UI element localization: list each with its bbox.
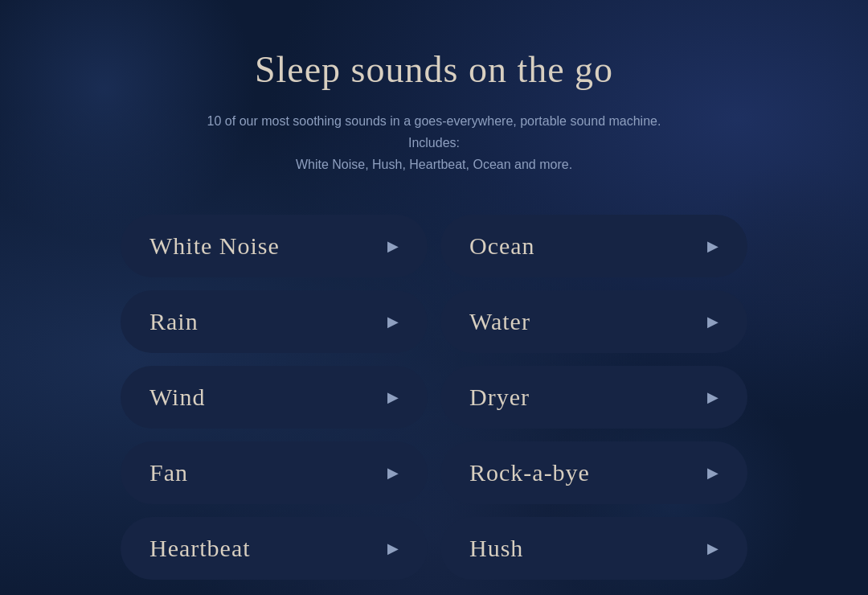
- play-icon-dryer: ▶: [707, 388, 719, 406]
- main-content: Sleep sounds on the go 10 of our most so…: [0, 0, 868, 580]
- sound-label-hush: Hush: [469, 535, 523, 562]
- sound-label-white-noise: White Noise: [149, 232, 280, 260]
- play-icon-rock-a-bye: ▶: [707, 464, 719, 482]
- sound-label-rock-a-bye: Rock-a-bye: [469, 459, 590, 486]
- sound-label-dryer: Dryer: [469, 384, 530, 411]
- play-icon-wind: ▶: [387, 388, 399, 406]
- sound-btn-rain[interactable]: Rain▶: [121, 290, 428, 353]
- page-subtitle: 10 of our most soothing sounds in a goes…: [193, 110, 675, 176]
- sound-btn-dryer[interactable]: Dryer▶: [440, 366, 747, 429]
- play-icon-white-noise: ▶: [387, 237, 399, 255]
- sound-btn-ocean[interactable]: Ocean▶: [440, 215, 747, 277]
- play-icon-fan: ▶: [387, 464, 399, 482]
- sound-label-water: Water: [469, 308, 530, 335]
- page-title: Sleep sounds on the go: [255, 48, 613, 91]
- sounds-grid: White Noise▶Ocean▶Rain▶Water▶Wind▶Dryer▶…: [121, 215, 747, 580]
- sound-btn-water[interactable]: Water▶: [440, 290, 747, 353]
- sound-btn-wind[interactable]: Wind▶: [121, 366, 428, 429]
- sound-label-rain: Rain: [149, 308, 199, 335]
- play-icon-heartbeat: ▶: [387, 540, 399, 557]
- sound-label-wind: Wind: [149, 384, 205, 411]
- play-icon-ocean: ▶: [707, 237, 719, 255]
- subtitle-line1: 10 of our most soothing sounds in a goes…: [207, 114, 661, 150]
- sound-label-ocean: Ocean: [469, 232, 535, 260]
- subtitle-line2: White Noise, Hush, Heartbeat, Ocean and …: [296, 158, 572, 171]
- sound-btn-hush[interactable]: Hush▶: [440, 517, 747, 580]
- sound-label-fan: Fan: [149, 459, 188, 486]
- sound-btn-fan[interactable]: Fan▶: [121, 441, 428, 504]
- sound-btn-heartbeat[interactable]: Heartbeat▶: [121, 517, 428, 580]
- sound-label-heartbeat: Heartbeat: [149, 535, 251, 562]
- sound-btn-rock-a-bye[interactable]: Rock-a-bye▶: [440, 441, 747, 504]
- sound-btn-white-noise[interactable]: White Noise▶: [121, 215, 428, 277]
- play-icon-hush: ▶: [707, 540, 719, 557]
- play-icon-rain: ▶: [387, 313, 399, 330]
- play-icon-water: ▶: [707, 313, 719, 330]
